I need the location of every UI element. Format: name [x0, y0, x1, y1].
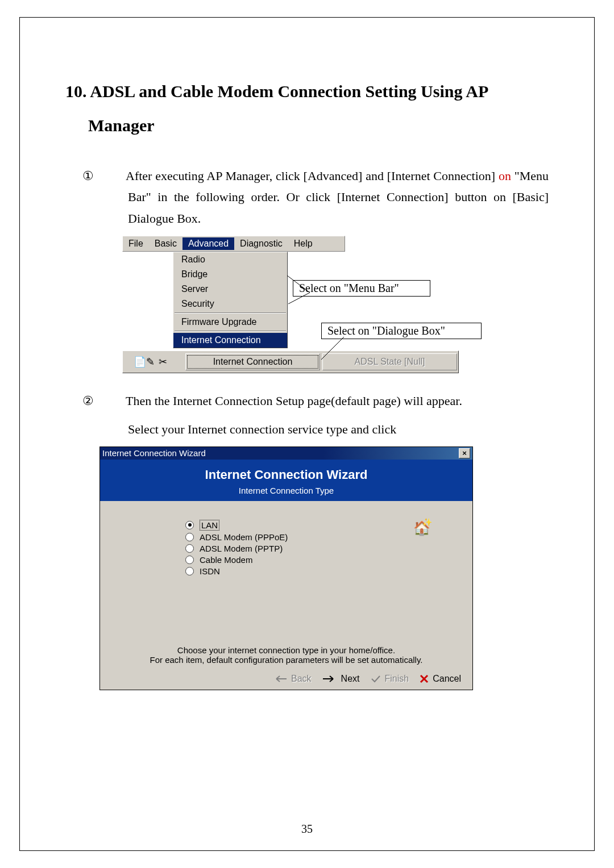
- option-cable-modem-label: Cable Modem: [200, 555, 252, 565]
- menu-diagnostic[interactable]: Diagnostic: [234, 237, 288, 250]
- wizard-body: LAN ADSL Modem (PPPoE) ADSL Modem (PPTP)…: [100, 501, 472, 643]
- wizard-header-sub: Internet Connection Type: [100, 486, 472, 495]
- dropdown-bridge[interactable]: Bridge: [173, 267, 287, 282]
- step-2-marker: ②: [105, 390, 126, 411]
- step-1: ①After executing AP Manager, click [Adva…: [65, 165, 549, 229]
- radio-cable-modem[interactable]: [185, 556, 194, 564]
- svg-text:✂: ✂: [159, 356, 167, 368]
- arrow-left-icon: [272, 674, 288, 684]
- wizard-titlebar: Internet Connection Wizard ×: [100, 447, 472, 460]
- menu-file[interactable]: File: [123, 237, 149, 250]
- x-icon: [419, 674, 429, 684]
- option-adsl-pptp-label: ADSL Modem (PPTP): [200, 544, 283, 553]
- svg-line-4: [288, 293, 310, 304]
- figure-menubar: File Basic Advanced Diagnostic Help Radi…: [122, 236, 509, 373]
- cancel-button[interactable]: Cancel: [419, 674, 461, 684]
- svg-text:✎: ✎: [146, 356, 155, 368]
- wizard-header-main: Internet Connection Wizard: [100, 468, 472, 482]
- cancel-label: Cancel: [433, 674, 461, 684]
- radio-isdn[interactable]: [185, 567, 194, 575]
- back-button: Back: [272, 674, 312, 684]
- svg-text:✨: ✨: [422, 518, 433, 527]
- wizard-help-2: For each item, default configuration par…: [111, 655, 461, 665]
- check-icon: [370, 674, 381, 684]
- dropdown-firmware-upgrade[interactable]: Firmware Upgrade: [173, 315, 287, 329]
- dropdown-radio[interactable]: Radio: [173, 252, 287, 267]
- toolbar-internet-connection-button[interactable]: Internet Connection: [185, 353, 320, 370]
- menu-advanced[interactable]: Advanced: [182, 237, 234, 250]
- callout-menu-line-icon: [281, 270, 316, 304]
- next-button[interactable]: Next: [322, 674, 360, 684]
- option-isdn[interactable]: ISDN: [185, 566, 455, 576]
- step-2-line1: Then the Internet Connection Setup page(…: [126, 394, 462, 408]
- dropdown-security[interactable]: Security: [173, 297, 287, 311]
- svg-text:📄: 📄: [134, 356, 147, 368]
- toolbar-icons: 📄 ✎ ✂: [123, 351, 184, 373]
- toolbar-glyphs-icon: 📄 ✎ ✂: [134, 354, 173, 370]
- svg-line-5: [321, 337, 344, 360]
- radio-adsl-pppoe[interactable]: [185, 533, 194, 541]
- wizard-help: Choose your internet connection type in …: [100, 643, 472, 671]
- toolbar: 📄 ✎ ✂ Internet Connection ADSL State [Nu…: [122, 350, 459, 373]
- back-label: Back: [291, 674, 312, 684]
- wizard-help-1: Choose your internet connection type in …: [111, 645, 461, 655]
- callout-dlg-line-icon: [316, 332, 350, 366]
- option-adsl-pptp[interactable]: ADSL Modem (PPTP): [185, 544, 455, 553]
- step-1-marker: ①: [105, 165, 126, 186]
- close-icon[interactable]: ×: [459, 448, 470, 458]
- step-1-text-a: After executing AP Manager, click [Advan…: [126, 169, 495, 183]
- page-number: 35: [20, 823, 594, 836]
- finish-label: Finish: [385, 674, 409, 684]
- dropdown-server[interactable]: Server: [173, 282, 287, 297]
- section-title: 10. ADSL and Cable Modem Connection Sett…: [65, 74, 549, 143]
- wizard-house-icon: 🏠 ✨: [410, 518, 433, 542]
- menubar: File Basic Advanced Diagnostic Help: [122, 236, 345, 252]
- dropdown-internet-connection[interactable]: Internet Connection: [173, 333, 287, 348]
- finish-button: Finish: [370, 674, 409, 684]
- option-isdn-label: ISDN: [200, 566, 220, 576]
- arrow-right-icon: [322, 674, 338, 684]
- menu-basic[interactable]: Basic: [149, 237, 182, 250]
- wizard-dialog: Internet Connection Wizard × Internet Co…: [99, 446, 473, 690]
- section-title-text: ADSL and Cable Modem Connection Setting …: [88, 82, 488, 135]
- step-1-red: on: [495, 169, 511, 183]
- radio-adsl-pptp[interactable]: [185, 544, 194, 553]
- option-cable-modem[interactable]: Cable Modem: [185, 555, 455, 565]
- wizard-title: Internet Connection Wizard: [102, 448, 206, 458]
- dropdown-separator-2: [175, 331, 286, 332]
- next-label: Next: [341, 674, 360, 684]
- option-lan-label: LAN: [200, 520, 219, 531]
- menu-help[interactable]: Help: [288, 237, 318, 250]
- svg-line-3: [287, 276, 310, 293]
- option-adsl-pppoe-label: ADSL Modem (PPPoE): [200, 532, 288, 542]
- section-number: 10.: [65, 82, 87, 101]
- step-2b: Select your Internet connection service …: [65, 419, 549, 440]
- dropdown-separator-1: [175, 312, 286, 314]
- wizard-header: Internet Connection Wizard Internet Conn…: [100, 460, 472, 501]
- step-2-line2: Select your Internet connection service …: [128, 422, 396, 436]
- advanced-dropdown: Radio Bridge Server Security Firmware Up…: [173, 252, 288, 348]
- radio-lan[interactable]: [185, 521, 194, 529]
- wizard-footer: Back Next Finish Cancel: [100, 671, 472, 690]
- step-2: ②Then the Internet Connection Setup page…: [65, 390, 549, 411]
